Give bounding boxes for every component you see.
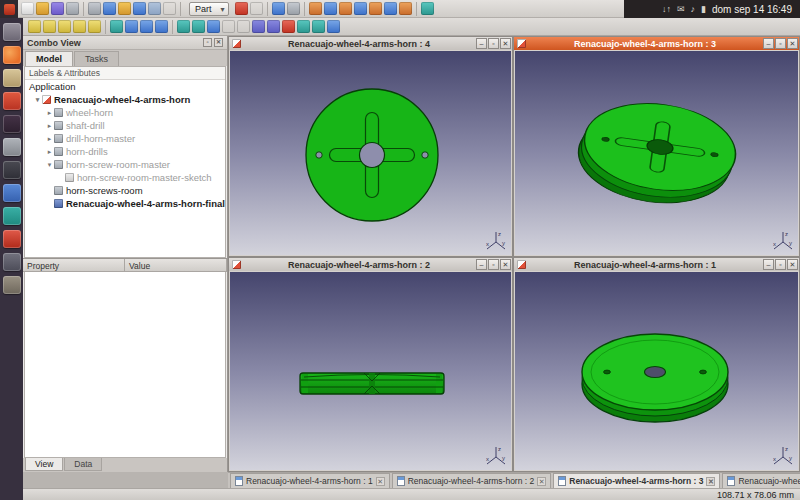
software-center-icon[interactable] (3, 92, 21, 110)
copy-icon[interactable] (103, 2, 116, 15)
sound-icon[interactable]: ♪ (690, 0, 695, 18)
tab-close-icon[interactable]: ✕ (537, 477, 546, 486)
fit-all-icon[interactable] (272, 2, 285, 15)
sphere-icon[interactable] (58, 20, 71, 33)
wheel-front-view[interactable] (230, 51, 511, 255)
viewport-front[interactable]: z x y (230, 51, 511, 255)
document-tab-2[interactable]: Renacuajo-wheel-4-arms-horn : 2 ✕ (392, 473, 552, 488)
tab-view[interactable]: View (25, 458, 63, 471)
wheel-perspective-view[interactable] (515, 51, 798, 255)
boolean-intersect-icon[interactable] (155, 20, 168, 33)
panel-float-button[interactable]: ▫ (203, 38, 212, 47)
new-document-icon[interactable] (21, 2, 34, 15)
box-icon[interactable] (28, 20, 41, 33)
tab-data[interactable]: Data (64, 458, 102, 471)
tab-close-icon[interactable]: ✕ (706, 477, 715, 486)
network-icon[interactable]: ↓↑ (662, 0, 671, 18)
tree-item[interactable]: ▸ drill-horn-master (25, 132, 225, 145)
expander-icon[interactable]: ▸ (45, 109, 54, 117)
left-view-icon[interactable] (399, 2, 412, 15)
refresh-icon[interactable] (163, 2, 176, 15)
close-button[interactable]: ✕ (500, 38, 511, 49)
minimize-button[interactable]: – (476, 38, 487, 49)
firefox-icon[interactable] (3, 46, 21, 64)
compound-icon[interactable] (327, 20, 340, 33)
workbench-selector[interactable]: Part (189, 2, 229, 16)
tree-item-sketch[interactable]: horn-screw-room-master-sketch (25, 171, 225, 184)
tab-close-icon[interactable]: ✕ (376, 477, 385, 486)
bottom-view-icon[interactable] (384, 2, 397, 15)
fillet-icon[interactable] (222, 20, 235, 33)
boolean-cut-icon[interactable] (140, 20, 153, 33)
window-titlebar[interactable]: Renacuajo-wheel-4-arms-horn : 4 – ▫ ✕ (229, 37, 512, 50)
maximize-button[interactable]: ▫ (775, 259, 786, 270)
window-titlebar[interactable]: Renacuajo-wheel-4-arms-horn : 3 – ▫ ✕ (514, 37, 799, 50)
close-button[interactable]: ✕ (787, 259, 798, 270)
measure-icon[interactable] (421, 2, 434, 15)
tree-item[interactable]: ▸ wheel-horn (25, 106, 225, 119)
tree-item[interactable]: horn-screws-room (25, 184, 225, 197)
viewport-top[interactable]: z x y (515, 272, 798, 470)
cylinder-icon[interactable] (43, 20, 56, 33)
section-icon[interactable] (282, 20, 295, 33)
shape-builder-icon[interactable] (110, 20, 123, 33)
window-titlebar[interactable]: Renacuajo-wheel-4-arms-horn : 2 – ▫ ✕ (229, 258, 512, 271)
tree-item[interactable]: ▾ horn-screw-room-master (25, 158, 225, 171)
combo-view-titlebar[interactable]: Combo View ▫ ✕ (23, 36, 227, 50)
minimize-button[interactable]: – (763, 38, 774, 49)
minimize-button[interactable]: – (763, 259, 774, 270)
save-icon[interactable] (51, 2, 64, 15)
property-table-body[interactable] (24, 272, 226, 458)
terminal-icon[interactable] (3, 115, 21, 133)
column-property[interactable]: Property (23, 259, 125, 272)
document-tab-3[interactable]: Renacuajo-wheel-4-arms-horn : 3 ✕ (553, 473, 720, 488)
maximize-button[interactable]: ▫ (488, 38, 499, 49)
freecad-launcher-icon[interactable] (3, 230, 21, 248)
cut-icon[interactable] (88, 2, 101, 15)
chamfer-icon[interactable] (237, 20, 250, 33)
dash-icon[interactable] (3, 23, 21, 41)
document-tab-4[interactable]: Renacuajo-wheel-4-arms-horn : 4 ✕ (722, 473, 800, 488)
window-titlebar[interactable]: Renacuajo-wheel-4-arms-horn : 1 – ▫ ✕ (514, 258, 799, 271)
torus-icon[interactable] (88, 20, 101, 33)
trash-icon[interactable] (3, 276, 21, 294)
gimp-icon[interactable] (3, 138, 21, 156)
close-button[interactable]: ✕ (500, 259, 511, 270)
expander-icon[interactable]: ▸ (45, 148, 54, 156)
chromium-icon[interactable] (3, 184, 21, 202)
draw-style-icon[interactable] (287, 2, 300, 15)
viewport-side[interactable]: z x y (230, 272, 511, 470)
cone-icon[interactable] (73, 20, 86, 33)
mirror-icon[interactable] (207, 20, 220, 33)
panel-close-button[interactable]: ✕ (214, 38, 223, 47)
axonometric-view-icon[interactable] (309, 2, 322, 15)
expander-icon[interactable]: ▾ (33, 96, 42, 104)
clock[interactable]: dom sep 14 16:49 (712, 4, 792, 15)
expander-icon[interactable]: ▾ (45, 161, 54, 169)
front-view-icon[interactable] (324, 2, 337, 15)
expander-icon[interactable]: ▸ (45, 122, 54, 130)
tree-item[interactable]: ▸ horn-drills (25, 145, 225, 158)
system-settings-icon[interactable] (3, 253, 21, 271)
rear-view-icon[interactable] (369, 2, 382, 15)
open-icon[interactable] (36, 2, 49, 15)
tree-item-application[interactable]: Application (25, 80, 225, 93)
text-editor-icon[interactable] (3, 207, 21, 225)
top-view-icon[interactable] (339, 2, 352, 15)
tree-item-document[interactable]: ▾ Renacuajo-wheel-4-arms-horn (25, 93, 225, 106)
battery-icon[interactable]: ▮ (701, 0, 706, 18)
right-view-icon[interactable] (354, 2, 367, 15)
offset-icon[interactable] (297, 20, 310, 33)
image-viewer-icon[interactable] (3, 161, 21, 179)
minimize-button[interactable]: – (476, 259, 487, 270)
files-icon[interactable] (3, 69, 21, 87)
print-icon[interactable] (66, 2, 79, 15)
extrude-icon[interactable] (177, 20, 190, 33)
macro-record-icon[interactable] (235, 2, 248, 15)
loft-icon[interactable] (252, 20, 265, 33)
maximize-button[interactable]: ▫ (775, 38, 786, 49)
tree-item[interactable]: ▸ shaft-drill (25, 119, 225, 132)
thickness-icon[interactable] (312, 20, 325, 33)
close-button[interactable]: ✕ (787, 38, 798, 49)
viewport-perspective[interactable]: z x y (515, 51, 798, 255)
